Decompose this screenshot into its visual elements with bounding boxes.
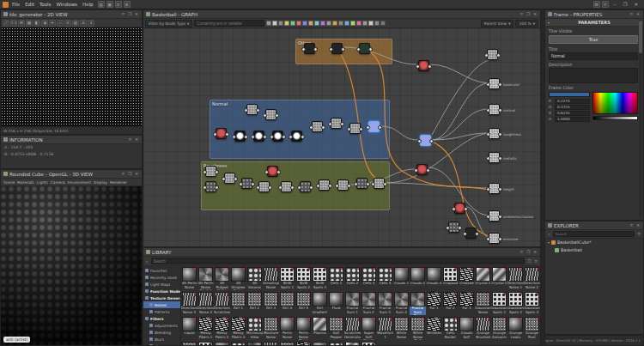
2d-toolbar-icon[interactable]: ▦: [26, 20, 33, 27]
library-item[interactable]: Perlin Noise: [279, 316, 295, 341]
library-item[interactable]: Fractal Sum 2: [361, 291, 377, 316]
toolbar-icon[interactable]: ▤: [98, 1, 105, 8]
library-item[interactable]: Clouds 3: [426, 266, 442, 291]
properties-scrollbar[interactable]: [639, 20, 642, 218]
library-category[interactable]: Function Nodes: [143, 288, 180, 294]
library-item[interactable]: Scratches Generator: [344, 316, 361, 341]
2d-toolbar-icon[interactable]: ⊞: [18, 20, 25, 27]
3d-view-menu-item[interactable]: Display: [94, 180, 107, 185]
panel-menu-icon[interactable]: ≡: [120, 172, 125, 176]
menu-item[interactable]: Tools: [37, 2, 54, 7]
3d-view-menu-item[interactable]: Materials: [17, 180, 34, 185]
menu-item[interactable]: Edit: [22, 2, 37, 7]
library-item[interactable]: Directional Noise 4: [197, 291, 214, 316]
library-item[interactable]: Dirt 5: [295, 291, 312, 316]
parameters-section-header[interactable]: ▾ PARAMETERS: [545, 19, 643, 27]
library-item[interactable]: Salt Pepper: [328, 316, 344, 341]
close-icon[interactable]: ✕: [532, 250, 538, 254]
library-item[interactable]: Clouds 2: [410, 266, 426, 291]
library-item[interactable]: [295, 341, 312, 345]
atomic-node-icon[interactable]: [314, 21, 319, 26]
close-icon[interactable]: ✕: [635, 12, 641, 16]
library-item[interactable]: Crystal 1: [475, 266, 491, 291]
2d-toolbar-icon[interactable]: ▧: [72, 20, 79, 27]
close-icon[interactable]: ✕: [532, 12, 538, 16]
library-category[interactable]: Favorites: [143, 267, 180, 274]
float-icon[interactable]: ❐: [127, 172, 132, 176]
library-category[interactable]: Adjustments: [143, 322, 180, 329]
library-item[interactable]: Dirt 1: [230, 291, 246, 316]
library-item[interactable]: 3D Ridged Noise Fractal: [214, 266, 230, 291]
library-category[interactable]: Texture Generators: [143, 294, 180, 301]
library-item[interactable]: Fractal Sum 4: [393, 291, 410, 316]
library-item[interactable]: [344, 341, 361, 345]
library-item[interactable]: White Noise Fast: [410, 316, 426, 341]
toolbar-icon[interactable]: ⟳: [115, 1, 122, 8]
graph-node[interactable]: [319, 179, 330, 191]
library-item[interactable]: Cells 3: [361, 266, 377, 291]
library-item[interactable]: Fluid: [328, 291, 344, 316]
float-icon[interactable]: ❐: [127, 12, 132, 16]
graph-node[interactable]: [272, 131, 283, 142]
graph-node[interactable]: ambientocclusion: [489, 210, 500, 222]
library-item[interactable]: Anisotropic Noise: [263, 266, 279, 291]
library-item[interactable]: 3D Voronoi: [246, 266, 263, 291]
library-item[interactable]: [181, 341, 197, 345]
close-icon[interactable]: ✕: [134, 172, 139, 176]
library-category[interactable]: Blending: [143, 329, 180, 336]
library-item[interactable]: Directional Noise 3: [181, 291, 197, 316]
atomic-node-icon[interactable]: [338, 21, 343, 26]
atomic-node-icon[interactable]: [350, 21, 355, 26]
description-field[interactable]: [549, 68, 638, 83]
library-item[interactable]: White Noise: [393, 316, 410, 341]
atomic-node-icon[interactable]: [308, 21, 313, 26]
grid-view-icon[interactable]: ❐: [526, 259, 532, 264]
library-item[interactable]: Cells 2: [344, 266, 361, 291]
graph-node[interactable]: basecolor: [489, 78, 500, 89]
2d-toolbar-icon[interactable]: ⌖: [57, 20, 64, 27]
library-item[interactable]: [246, 341, 263, 345]
library-item[interactable]: [279, 341, 295, 345]
expand-arrow-icon[interactable]: ▾: [548, 240, 550, 245]
menu-item[interactable]: Windows: [53, 2, 80, 7]
graph-node[interactable]: [487, 49, 498, 60]
library-item[interactable]: Crapaud: [442, 266, 459, 291]
library-item[interactable]: BnW Spots 3: [312, 266, 328, 291]
window-control-button[interactable]: –: [611, 2, 620, 7]
graph-node[interactable]: [374, 178, 385, 189]
library-item[interactable]: Fur 2: [442, 291, 459, 316]
3d-view-menu-item[interactable]: Renderer: [110, 180, 127, 185]
scrollbar-thumb[interactable]: [639, 21, 642, 53]
3d-view-menu-item[interactable]: Camera: [51, 180, 65, 185]
library-item[interactable]: [197, 341, 214, 345]
hue-saturation-field[interactable]: [592, 92, 638, 114]
library-item[interactable]: Grunge Galvanic: [491, 316, 507, 341]
graph-node[interactable]: [416, 164, 428, 175]
library-item[interactable]: Liquid: [181, 316, 197, 341]
frame-title-input[interactable]: [549, 52, 638, 60]
3d-view-menu-item[interactable]: Lights: [37, 180, 48, 185]
graph-node[interactable]: [454, 203, 465, 214]
library-item[interactable]: Fractal Sum 3: [377, 291, 393, 316]
color-channel-row[interactable]: G 0.3725: [549, 104, 590, 110]
graph-node[interactable]: [205, 181, 216, 192]
node-type-filter-dropdown[interactable]: Filter by Node Type ▾: [145, 20, 192, 27]
2d-toolbar-icon[interactable]: ◑: [41, 20, 48, 27]
3d-view-menu-item[interactable]: Scene: [3, 180, 15, 185]
graph-node[interactable]: [291, 131, 302, 142]
library-item[interactable]: Clouds Soft: [459, 316, 475, 341]
library-item[interactable]: Gaussian Spots 3: [524, 291, 540, 316]
atomic-node-icon[interactable]: [296, 21, 301, 26]
library-item[interactable]: Messy Fibers 2: [214, 316, 230, 341]
graph-node[interactable]: [331, 43, 343, 54]
panel-menu-icon[interactable]: ≡: [629, 223, 634, 228]
library-item[interactable]: Dirt 4: [279, 291, 295, 316]
library-item[interactable]: Cells Border: [442, 316, 459, 341]
menu-item[interactable]: Help: [80, 2, 96, 7]
library-item[interactable]: Messy Fibers 3: [230, 316, 246, 341]
graph-node[interactable]: [356, 178, 368, 189]
atomic-node-icon[interactable]: [374, 21, 380, 26]
library-item[interactable]: Dirt 3: [263, 291, 279, 316]
graph-node[interactable]: [265, 109, 276, 120]
graph-node[interactable]: metallic: [489, 152, 500, 163]
